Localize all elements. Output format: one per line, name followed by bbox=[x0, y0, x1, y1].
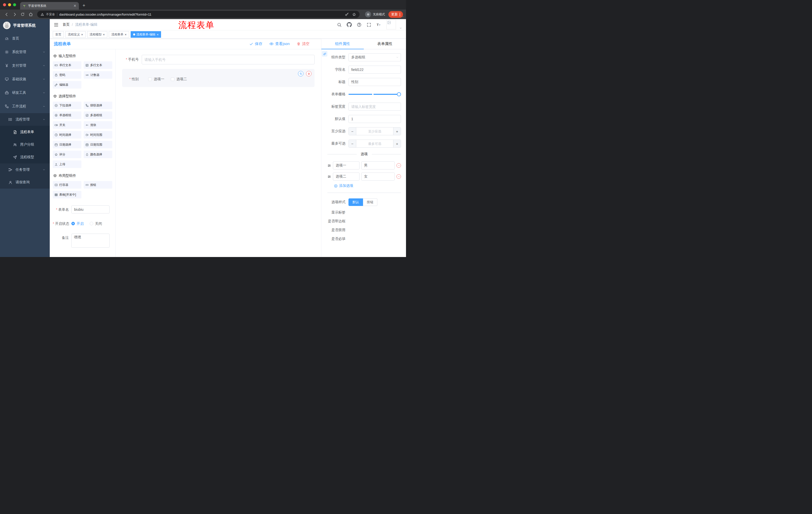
chevron-down-icon[interactable] bbox=[402, 15, 404, 19]
sidebar-item-devtools[interactable]: 研发工具 bbox=[0, 86, 50, 100]
back-button[interactable] bbox=[3, 11, 10, 18]
tag-process-form-edit[interactable]: 流程表单-编辑× bbox=[130, 31, 161, 38]
phone-input[interactable] bbox=[142, 55, 315, 64]
tag-process-form[interactable]: 流程表单× bbox=[109, 31, 129, 38]
palette-item-date-picker[interactable]: 日期选择 bbox=[53, 141, 81, 148]
palette-item-date-range[interactable]: 日期范围 bbox=[84, 141, 112, 148]
window-minimize-button[interactable] bbox=[8, 3, 11, 6]
delete-component-button[interactable] bbox=[306, 71, 312, 77]
tab-form-props[interactable]: 表单属性 bbox=[364, 39, 406, 49]
status-on-radio[interactable]: 开启 bbox=[71, 219, 84, 227]
password-key-icon[interactable] bbox=[345, 12, 349, 16]
reload-button[interactable] bbox=[19, 11, 26, 18]
chevron-down-icon[interactable] bbox=[400, 27, 402, 29]
slider-handle[interactable] bbox=[397, 92, 401, 96]
title-input[interactable] bbox=[348, 78, 401, 86]
sidebar-item-payment[interactable]: 支付管理 bbox=[0, 59, 50, 73]
sidebar-item-process-model[interactable]: 流程模型 bbox=[0, 151, 50, 163]
palette-item-password[interactable]: 密码 bbox=[53, 71, 81, 79]
new-tab-button[interactable]: + bbox=[80, 2, 87, 9]
form-canvas[interactable]: 手机号 性别 选项一 bbox=[116, 49, 321, 257]
option-1-value-input[interactable] bbox=[361, 161, 395, 169]
default-value-input[interactable] bbox=[348, 115, 401, 123]
selected-component-gender[interactable]: 性别 选项一 选项二 bbox=[122, 69, 315, 87]
tag-close-icon[interactable]: × bbox=[103, 33, 105, 36]
decrease-button[interactable]: − bbox=[349, 128, 356, 135]
status-off-radio[interactable]: 关闭 bbox=[90, 219, 102, 227]
gender-option-1-checkbox[interactable]: 选项一 bbox=[148, 77, 164, 81]
tag-close-icon[interactable]: × bbox=[81, 33, 83, 36]
avatar[interactable] bbox=[386, 20, 396, 29]
palette-item-switch[interactable]: 开关 bbox=[53, 121, 81, 129]
sidebar-item-leave-query[interactable]: 请假查询 bbox=[0, 176, 50, 189]
max-select-input[interactable] bbox=[356, 140, 393, 147]
palette-item-select[interactable]: 下拉选择 bbox=[53, 102, 81, 109]
github-icon[interactable] bbox=[347, 22, 352, 27]
palette-item-editor[interactable]: 编辑器 bbox=[53, 81, 81, 88]
palette-item-time-picker[interactable]: 时间选择 bbox=[53, 131, 81, 139]
tag-home[interactable]: 首页 bbox=[53, 31, 64, 38]
tag-close-icon[interactable]: × bbox=[157, 33, 159, 36]
option-1-label-input[interactable] bbox=[333, 161, 359, 169]
fullscreen-icon[interactable] bbox=[367, 22, 371, 27]
copy-component-button[interactable] bbox=[298, 71, 303, 77]
palette-item-counter[interactable]: 123计数器 bbox=[84, 71, 112, 79]
tag-process-model[interactable]: 流程模型× bbox=[87, 31, 108, 38]
min-select-input[interactable] bbox=[356, 128, 393, 135]
font-size-icon[interactable]: TT bbox=[376, 22, 381, 27]
help-icon[interactable] bbox=[357, 22, 361, 27]
palette-item-radio-group[interactable]: 单选框组 bbox=[53, 111, 81, 119]
breadcrumb-home[interactable]: 首页 bbox=[63, 22, 69, 27]
view-json-button[interactable]: 查看json bbox=[269, 42, 290, 46]
style-button-button[interactable]: 按钮 bbox=[363, 198, 377, 206]
window-zoom-button[interactable] bbox=[13, 3, 16, 6]
palette-item-checkbox-group[interactable]: 多选框组 bbox=[84, 111, 112, 119]
tab-component-props[interactable]: 组件属性 bbox=[321, 39, 364, 49]
browser-tab[interactable]: 芋道管理系统 ✕ bbox=[20, 2, 79, 9]
palette-item-slider[interactable]: 滑块 bbox=[84, 121, 112, 129]
link-icon[interactable] bbox=[322, 51, 327, 57]
palette-item-table[interactable]: 表格[开发中] bbox=[53, 191, 81, 198]
drag-handle-icon[interactable] bbox=[327, 175, 331, 179]
sidebar-item-task-management[interactable]: 任务管理 bbox=[0, 163, 50, 176]
form-name-input[interactable] bbox=[71, 206, 110, 214]
clear-button[interactable]: 清空 bbox=[297, 42, 310, 46]
palette-item-button[interactable]: 按钮 bbox=[84, 181, 112, 189]
option-2-label-input[interactable] bbox=[333, 172, 359, 181]
tag-process-definition[interactable]: 流程定义× bbox=[65, 31, 86, 38]
form-grid-slider[interactable] bbox=[348, 90, 401, 98]
bookmark-star-icon[interactable] bbox=[352, 12, 356, 16]
sidebar-item-process-management[interactable]: 流程管理 bbox=[0, 113, 50, 126]
drag-handle-icon[interactable] bbox=[327, 164, 331, 167]
tab-close-icon[interactable]: ✕ bbox=[74, 4, 76, 8]
sidebar-item-workflow[interactable]: 工作流程 bbox=[0, 100, 50, 113]
sidebar-item-infrastructure[interactable]: 基础设施 bbox=[0, 73, 50, 86]
palette-item-multi-line-text[interactable]: 多行文本 bbox=[84, 61, 112, 69]
option-2-value-input[interactable] bbox=[361, 172, 395, 181]
url-text[interactable]: dashboard.yudao.iocoder.cn/bpm/manager/f… bbox=[59, 12, 343, 16]
label-width-input[interactable] bbox=[348, 103, 401, 111]
palette-item-rate[interactable]: 评分 bbox=[53, 151, 81, 158]
sidebar-item-home[interactable]: 首页 bbox=[0, 32, 50, 45]
style-default-button[interactable]: 默认 bbox=[348, 198, 363, 206]
sidebar-item-process-form[interactable]: 流程表单 bbox=[0, 126, 50, 138]
increase-button[interactable]: + bbox=[393, 140, 401, 147]
remove-option-button[interactable] bbox=[397, 174, 401, 179]
gender-option-2-checkbox[interactable]: 选项二 bbox=[171, 77, 187, 81]
remove-option-button[interactable] bbox=[397, 163, 401, 168]
sidebar-item-system[interactable]: 系统管理 bbox=[0, 45, 50, 59]
collapse-sidebar-icon[interactable] bbox=[54, 22, 59, 27]
form-remark-textarea[interactable]: 嘿嘿 bbox=[71, 234, 110, 248]
palette-item-time-range[interactable]: 时间范围 bbox=[84, 131, 112, 139]
home-button[interactable] bbox=[27, 11, 34, 18]
address-bar[interactable]: 不安全 dashboard.yudao.iocoder.cn/bpm/manag… bbox=[37, 11, 359, 18]
browser-update-button[interactable]: 更新 bbox=[388, 11, 403, 18]
palette-item-upload[interactable]: 上传 bbox=[53, 160, 81, 168]
add-option-button[interactable]: 添加选项 bbox=[334, 184, 401, 188]
component-type-select[interactable]: 多选框组 bbox=[348, 53, 401, 61]
phone-field-row[interactable]: 手机号 bbox=[122, 55, 315, 64]
forward-button[interactable] bbox=[11, 11, 18, 18]
palette-item-row-container[interactable]: 行容器 bbox=[53, 181, 81, 189]
sidebar-item-user-group[interactable]: 用户分组 bbox=[0, 138, 50, 151]
browser-menu-kebab-icon[interactable] bbox=[400, 13, 400, 16]
